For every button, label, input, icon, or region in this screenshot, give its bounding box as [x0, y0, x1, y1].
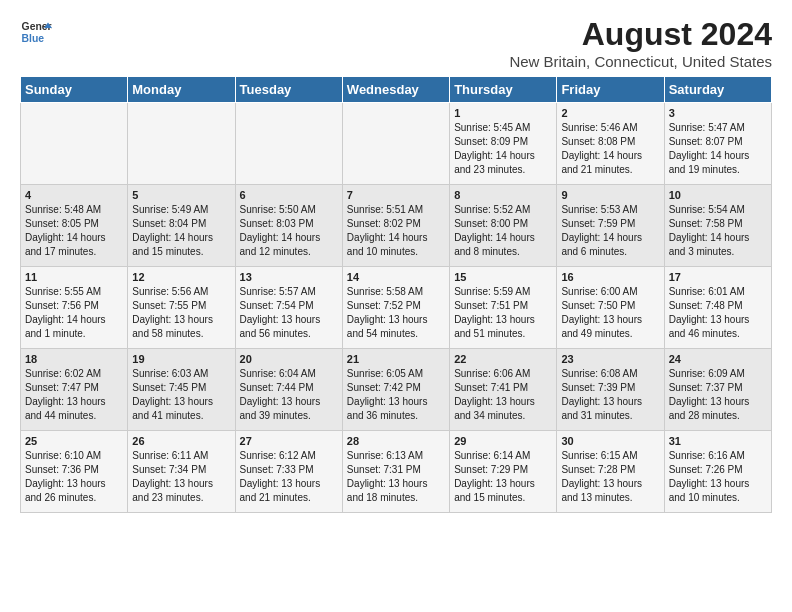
day-info: Sunrise: 6:15 AM Sunset: 7:28 PM Dayligh…	[561, 449, 659, 505]
calendar-cell: 15Sunrise: 5:59 AM Sunset: 7:51 PM Dayli…	[450, 267, 557, 349]
logo: General Blue	[20, 16, 52, 48]
week-row-4: 18Sunrise: 6:02 AM Sunset: 7:47 PM Dayli…	[21, 349, 772, 431]
day-info: Sunrise: 5:50 AM Sunset: 8:03 PM Dayligh…	[240, 203, 338, 259]
day-info: Sunrise: 6:13 AM Sunset: 7:31 PM Dayligh…	[347, 449, 445, 505]
day-info: Sunrise: 6:04 AM Sunset: 7:44 PM Dayligh…	[240, 367, 338, 423]
calendar-cell: 13Sunrise: 5:57 AM Sunset: 7:54 PM Dayli…	[235, 267, 342, 349]
calendar-cell: 7Sunrise: 5:51 AM Sunset: 8:02 PM Daylig…	[342, 185, 449, 267]
day-info: Sunrise: 6:00 AM Sunset: 7:50 PM Dayligh…	[561, 285, 659, 341]
day-info: Sunrise: 5:48 AM Sunset: 8:05 PM Dayligh…	[25, 203, 123, 259]
day-number: 31	[669, 435, 767, 447]
header-cell-sunday: Sunday	[21, 77, 128, 103]
calendar-cell: 30Sunrise: 6:15 AM Sunset: 7:28 PM Dayli…	[557, 431, 664, 513]
day-number: 29	[454, 435, 552, 447]
calendar-cell	[235, 103, 342, 185]
day-info: Sunrise: 5:49 AM Sunset: 8:04 PM Dayligh…	[132, 203, 230, 259]
calendar-cell: 26Sunrise: 6:11 AM Sunset: 7:34 PM Dayli…	[128, 431, 235, 513]
day-info: Sunrise: 5:57 AM Sunset: 7:54 PM Dayligh…	[240, 285, 338, 341]
calendar-cell: 14Sunrise: 5:58 AM Sunset: 7:52 PM Dayli…	[342, 267, 449, 349]
day-info: Sunrise: 6:02 AM Sunset: 7:47 PM Dayligh…	[25, 367, 123, 423]
day-info: Sunrise: 5:52 AM Sunset: 8:00 PM Dayligh…	[454, 203, 552, 259]
day-info: Sunrise: 5:53 AM Sunset: 7:59 PM Dayligh…	[561, 203, 659, 259]
day-number: 11	[25, 271, 123, 283]
day-info: Sunrise: 6:10 AM Sunset: 7:36 PM Dayligh…	[25, 449, 123, 505]
calendar-cell: 3Sunrise: 5:47 AM Sunset: 8:07 PM Daylig…	[664, 103, 771, 185]
main-title: August 2024	[509, 16, 772, 53]
header-cell-tuesday: Tuesday	[235, 77, 342, 103]
day-number: 4	[25, 189, 123, 201]
week-row-2: 4Sunrise: 5:48 AM Sunset: 8:05 PM Daylig…	[21, 185, 772, 267]
header: General Blue August 2024 New Britain, Co…	[20, 16, 772, 70]
day-info: Sunrise: 6:11 AM Sunset: 7:34 PM Dayligh…	[132, 449, 230, 505]
calendar-cell: 19Sunrise: 6:03 AM Sunset: 7:45 PM Dayli…	[128, 349, 235, 431]
header-row: SundayMondayTuesdayWednesdayThursdayFrid…	[21, 77, 772, 103]
title-block: August 2024 New Britain, Connecticut, Un…	[509, 16, 772, 70]
calendar-cell	[128, 103, 235, 185]
calendar-cell: 5Sunrise: 5:49 AM Sunset: 8:04 PM Daylig…	[128, 185, 235, 267]
day-info: Sunrise: 5:51 AM Sunset: 8:02 PM Dayligh…	[347, 203, 445, 259]
calendar-body: 1Sunrise: 5:45 AM Sunset: 8:09 PM Daylig…	[21, 103, 772, 513]
calendar-cell: 1Sunrise: 5:45 AM Sunset: 8:09 PM Daylig…	[450, 103, 557, 185]
calendar-cell: 31Sunrise: 6:16 AM Sunset: 7:26 PM Dayli…	[664, 431, 771, 513]
week-row-3: 11Sunrise: 5:55 AM Sunset: 7:56 PM Dayli…	[21, 267, 772, 349]
day-info: Sunrise: 5:46 AM Sunset: 8:08 PM Dayligh…	[561, 121, 659, 177]
calendar-cell: 29Sunrise: 6:14 AM Sunset: 7:29 PM Dayli…	[450, 431, 557, 513]
day-number: 2	[561, 107, 659, 119]
day-info: Sunrise: 6:08 AM Sunset: 7:39 PM Dayligh…	[561, 367, 659, 423]
svg-text:Blue: Blue	[22, 33, 45, 44]
day-number: 14	[347, 271, 445, 283]
day-number: 15	[454, 271, 552, 283]
subtitle: New Britain, Connecticut, United States	[509, 53, 772, 70]
week-row-5: 25Sunrise: 6:10 AM Sunset: 7:36 PM Dayli…	[21, 431, 772, 513]
calendar-cell: 27Sunrise: 6:12 AM Sunset: 7:33 PM Dayli…	[235, 431, 342, 513]
day-number: 10	[669, 189, 767, 201]
day-info: Sunrise: 6:03 AM Sunset: 7:45 PM Dayligh…	[132, 367, 230, 423]
day-number: 9	[561, 189, 659, 201]
day-info: Sunrise: 6:05 AM Sunset: 7:42 PM Dayligh…	[347, 367, 445, 423]
day-info: Sunrise: 6:14 AM Sunset: 7:29 PM Dayligh…	[454, 449, 552, 505]
day-info: Sunrise: 6:12 AM Sunset: 7:33 PM Dayligh…	[240, 449, 338, 505]
calendar-cell	[21, 103, 128, 185]
day-number: 27	[240, 435, 338, 447]
day-info: Sunrise: 6:09 AM Sunset: 7:37 PM Dayligh…	[669, 367, 767, 423]
day-number: 5	[132, 189, 230, 201]
calendar-cell: 2Sunrise: 5:46 AM Sunset: 8:08 PM Daylig…	[557, 103, 664, 185]
calendar-cell: 28Sunrise: 6:13 AM Sunset: 7:31 PM Dayli…	[342, 431, 449, 513]
day-number: 19	[132, 353, 230, 365]
calendar-cell: 10Sunrise: 5:54 AM Sunset: 7:58 PM Dayli…	[664, 185, 771, 267]
calendar-header: SundayMondayTuesdayWednesdayThursdayFrid…	[21, 77, 772, 103]
day-info: Sunrise: 5:54 AM Sunset: 7:58 PM Dayligh…	[669, 203, 767, 259]
calendar-cell	[342, 103, 449, 185]
day-number: 3	[669, 107, 767, 119]
calendar-cell: 11Sunrise: 5:55 AM Sunset: 7:56 PM Dayli…	[21, 267, 128, 349]
day-number: 28	[347, 435, 445, 447]
day-number: 17	[669, 271, 767, 283]
day-number: 1	[454, 107, 552, 119]
day-number: 25	[25, 435, 123, 447]
day-number: 8	[454, 189, 552, 201]
week-row-1: 1Sunrise: 5:45 AM Sunset: 8:09 PM Daylig…	[21, 103, 772, 185]
day-number: 30	[561, 435, 659, 447]
day-info: Sunrise: 6:01 AM Sunset: 7:48 PM Dayligh…	[669, 285, 767, 341]
calendar-table: SundayMondayTuesdayWednesdayThursdayFrid…	[20, 76, 772, 513]
day-number: 20	[240, 353, 338, 365]
calendar-cell: 9Sunrise: 5:53 AM Sunset: 7:59 PM Daylig…	[557, 185, 664, 267]
calendar-cell: 18Sunrise: 6:02 AM Sunset: 7:47 PM Dayli…	[21, 349, 128, 431]
day-number: 18	[25, 353, 123, 365]
calendar-cell: 16Sunrise: 6:00 AM Sunset: 7:50 PM Dayli…	[557, 267, 664, 349]
calendar-cell: 4Sunrise: 5:48 AM Sunset: 8:05 PM Daylig…	[21, 185, 128, 267]
day-info: Sunrise: 5:55 AM Sunset: 7:56 PM Dayligh…	[25, 285, 123, 341]
calendar-cell: 12Sunrise: 5:56 AM Sunset: 7:55 PM Dayli…	[128, 267, 235, 349]
day-number: 21	[347, 353, 445, 365]
calendar-cell: 17Sunrise: 6:01 AM Sunset: 7:48 PM Dayli…	[664, 267, 771, 349]
page: General Blue August 2024 New Britain, Co…	[0, 0, 792, 523]
day-info: Sunrise: 5:59 AM Sunset: 7:51 PM Dayligh…	[454, 285, 552, 341]
day-number: 7	[347, 189, 445, 201]
day-number: 23	[561, 353, 659, 365]
calendar-cell: 23Sunrise: 6:08 AM Sunset: 7:39 PM Dayli…	[557, 349, 664, 431]
day-info: Sunrise: 5:45 AM Sunset: 8:09 PM Dayligh…	[454, 121, 552, 177]
logo-icon: General Blue	[20, 16, 52, 48]
day-info: Sunrise: 5:56 AM Sunset: 7:55 PM Dayligh…	[132, 285, 230, 341]
day-info: Sunrise: 5:58 AM Sunset: 7:52 PM Dayligh…	[347, 285, 445, 341]
header-cell-wednesday: Wednesday	[342, 77, 449, 103]
